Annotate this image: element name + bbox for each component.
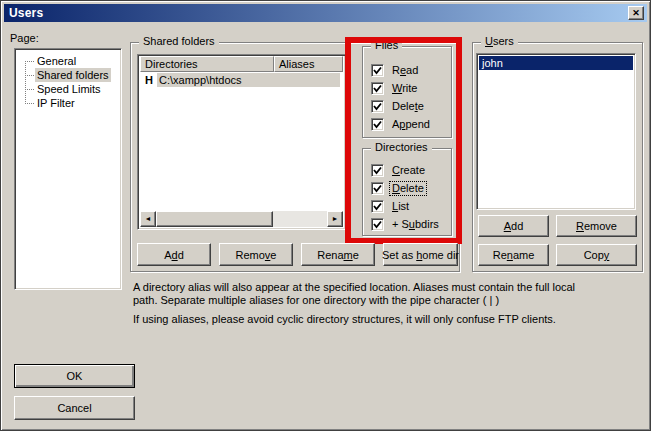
- checkbox-checked-icon[interactable]: [371, 118, 384, 131]
- directory-path[interactable]: C:\xampp\htdocs: [157, 73, 340, 87]
- rename-user-button[interactable]: Rename: [478, 244, 549, 266]
- tree-line: [25, 61, 26, 104]
- checkbox-dirs-subdirs[interactable]: + Subdirs: [371, 217, 441, 231]
- set-as-home-dir-button[interactable]: Set as home dir: [383, 243, 458, 266]
- scrollbar-track[interactable]: [273, 211, 327, 227]
- horizontal-scrollbar[interactable]: ◄ ►: [140, 211, 343, 227]
- add-directory-button[interactable]: Add: [137, 243, 211, 266]
- directories-legend: Directories: [371, 141, 432, 154]
- title-bar[interactable]: Users ✕: [4, 4, 647, 22]
- directory-row[interactable]: H C:\xampp\htdocs: [141, 73, 340, 87]
- checkbox-checked-icon[interactable]: [371, 82, 384, 95]
- checkbox-checked-icon[interactable]: [371, 64, 384, 77]
- cancel-button[interactable]: Cancel: [14, 396, 135, 420]
- checkbox-files-read[interactable]: Read: [371, 63, 420, 77]
- rename-directory-button[interactable]: Rename: [301, 243, 375, 266]
- users-legend: Users: [481, 35, 518, 48]
- scroll-right-icon[interactable]: ►: [327, 211, 343, 227]
- tree-connector: [25, 75, 34, 76]
- remove-user-button[interactable]: Remove: [556, 215, 637, 237]
- scroll-left-icon[interactable]: ◄: [140, 211, 156, 227]
- page-label: Page:: [10, 32, 39, 44]
- add-user-button[interactable]: Add: [478, 215, 549, 237]
- home-flag: H: [141, 74, 157, 86]
- column-header-aliases[interactable]: Aliases: [274, 56, 343, 72]
- checkbox-files-delete[interactable]: Delete: [371, 99, 426, 113]
- shared-folders-legend: Shared folders: [139, 35, 219, 48]
- user-row-john[interactable]: john: [479, 56, 633, 70]
- scrollbar-thumb[interactable]: [156, 211, 273, 227]
- checkbox-files-append[interactable]: Append: [371, 117, 432, 131]
- directories-list[interactable]: Directories Aliases H C:\xampp\htdocs ◄ …: [137, 54, 346, 230]
- ok-button[interactable]: OK: [14, 364, 135, 388]
- page-item-speed-limits[interactable]: Speed Limits: [35, 82, 103, 96]
- page-item-shared-folders[interactable]: Shared folders: [35, 68, 111, 82]
- alias-description-line2: path. Separate multiple aliases for one …: [133, 294, 499, 306]
- checkbox-dirs-list[interactable]: List: [371, 199, 411, 213]
- tree-connector: [25, 61, 34, 62]
- remove-directory-button[interactable]: Remove: [219, 243, 293, 266]
- checkbox-checked-icon[interactable]: [371, 218, 384, 231]
- page-list[interactable]: General Shared folders Speed Limits IP F…: [14, 48, 122, 290]
- close-icon[interactable]: ✕: [628, 6, 644, 20]
- checkbox-checked-icon[interactable]: [371, 100, 384, 113]
- column-header-directories[interactable]: Directories: [140, 56, 274, 72]
- checkbox-checked-icon[interactable]: [371, 164, 384, 177]
- checkbox-files-write[interactable]: Write: [371, 81, 419, 95]
- page-item-ip-filter[interactable]: IP Filter: [35, 96, 77, 110]
- tree-connector: [25, 89, 34, 90]
- window-title: Users: [4, 6, 43, 20]
- checkbox-dirs-create[interactable]: Create: [371, 163, 427, 177]
- files-group: Files Read Write Delete Append: [362, 46, 452, 138]
- checkbox-checked-icon[interactable]: [371, 200, 384, 213]
- alias-warning-line: If using aliases, please avoid cyclic di…: [133, 313, 556, 325]
- directories-group: Directories Create Delete List + Subdirs: [362, 148, 452, 236]
- tree-connector: [25, 103, 34, 104]
- page-item-general[interactable]: General: [35, 54, 78, 68]
- files-legend: Files: [371, 39, 402, 52]
- alias-description-line1: A directory alias will also appear at th…: [133, 281, 575, 293]
- copy-user-button[interactable]: Copy: [556, 244, 637, 266]
- checkbox-dirs-delete[interactable]: Delete: [371, 181, 426, 195]
- checkbox-checked-icon[interactable]: [371, 182, 384, 195]
- users-list[interactable]: john: [476, 53, 636, 210]
